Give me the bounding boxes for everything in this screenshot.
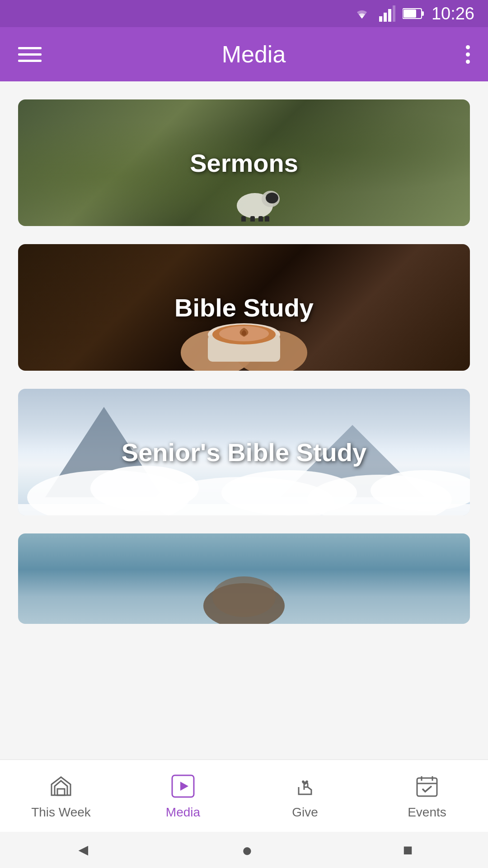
bible-study-label: Bible Study (174, 293, 314, 322)
svg-rect-3 (393, 5, 395, 22)
bible-study-card[interactable]: Bible Study (18, 244, 470, 371)
bottom-nav: This Week Media Give (0, 760, 488, 832)
home-system-icon: ● (242, 840, 253, 860)
nav-label-this-week: This Week (31, 805, 91, 820)
svg-rect-26 (18, 504, 470, 515)
recent-icon: ■ (403, 840, 413, 859)
seniors-bible-study-card[interactable]: Senior's Bible Study (18, 389, 470, 515)
seniors-bible-study-label: Senior's Bible Study (122, 438, 366, 467)
svg-rect-6 (404, 9, 416, 18)
svg-rect-11 (250, 216, 255, 222)
svg-rect-29 (57, 789, 65, 795)
toolbar: Media (0, 27, 488, 81)
status-bar: 10:26 (0, 0, 488, 27)
svg-rect-13 (265, 216, 269, 222)
play-square-icon (169, 773, 197, 800)
nav-item-media[interactable]: Media (122, 773, 244, 820)
svg-marker-31 (180, 782, 188, 791)
home-button[interactable]: ● (242, 840, 253, 860)
main-content: Sermons Bible Study (0, 81, 488, 760)
recent-apps-button[interactable]: ■ (403, 840, 413, 859)
svg-rect-0 (379, 16, 382, 22)
nav-label-give: Give (292, 805, 318, 820)
signal-icon (379, 5, 395, 22)
sermons-label: Sermons (190, 148, 298, 178)
page-title: Media (222, 41, 286, 68)
calendar-check-icon (413, 773, 441, 800)
wifi-icon (352, 6, 372, 21)
svg-rect-2 (388, 9, 391, 22)
svg-rect-5 (422, 11, 424, 16)
svg-rect-1 (384, 13, 387, 22)
more-options-button[interactable] (466, 45, 470, 64)
home-icon (47, 773, 75, 800)
back-icon: ◄ (75, 840, 91, 859)
fourth-card-bg (18, 533, 470, 624)
sermons-card[interactable]: Sermons (18, 99, 470, 226)
nav-label-media: Media (166, 805, 200, 820)
hand-heart-icon (291, 773, 319, 800)
status-icons: 10:26 (352, 4, 474, 24)
fourth-card[interactable] (18, 533, 470, 624)
system-nav-bar: ◄ ● ■ (0, 832, 488, 868)
nav-item-this-week[interactable]: This Week (0, 773, 122, 820)
nav-item-events[interactable]: Events (366, 773, 488, 820)
svg-rect-32 (417, 778, 437, 796)
svg-point-9 (266, 193, 278, 203)
battery-icon (403, 7, 424, 20)
hamburger-menu-button[interactable] (18, 47, 42, 62)
svg-rect-10 (241, 216, 246, 222)
svg-point-28 (212, 576, 276, 617)
nav-item-give[interactable]: Give (244, 773, 366, 820)
back-button[interactable]: ◄ (75, 840, 91, 859)
sheep-decoration (228, 176, 282, 222)
status-time: 10:26 (432, 4, 474, 24)
nav-label-events: Events (408, 805, 446, 820)
svg-rect-12 (258, 216, 263, 222)
rock-decoration (199, 552, 289, 624)
